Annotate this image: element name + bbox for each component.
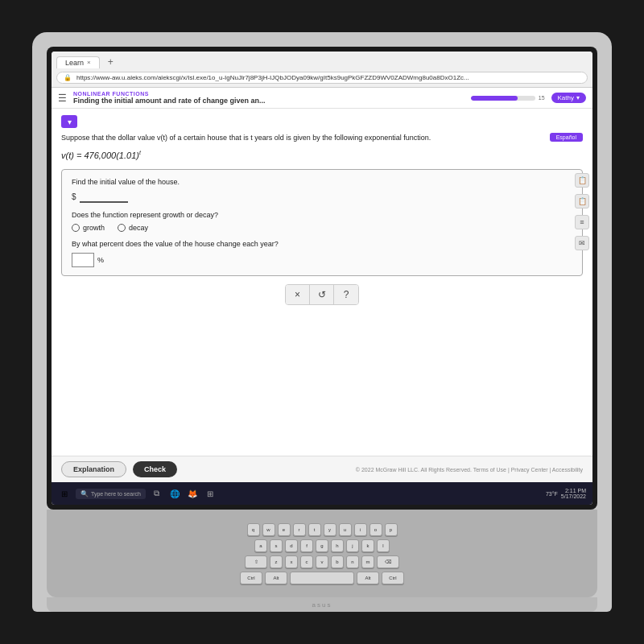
lock-icon: 🔒 xyxy=(64,74,72,81)
bottom-buttons: Explanation Check xyxy=(61,461,177,477)
key-t[interactable]: t xyxy=(308,523,321,536)
copyright-text: © 2022 McGraw Hill LLC. All Rights Reser… xyxy=(356,467,583,473)
key-space[interactable] xyxy=(290,572,354,584)
taskbar-clock: 2:11 PM 5/17/2022 xyxy=(561,488,586,499)
key-row-4: Ctrl Alt Alt Ctrl xyxy=(240,572,404,584)
clear-button[interactable]: × xyxy=(286,285,310,304)
key-s[interactable]: s xyxy=(270,539,283,552)
key-f[interactable]: f xyxy=(300,539,313,552)
key-v[interactable]: v xyxy=(316,555,328,568)
key-e[interactable]: e xyxy=(278,523,291,536)
growth-decay-row: growth decay xyxy=(72,224,572,232)
key-h[interactable]: h xyxy=(331,539,344,552)
header-right: 15 Kathy ▾ xyxy=(471,93,586,103)
keyboard: q w e r t y u i o p a s d f g h j k l ⇧ … xyxy=(47,510,597,597)
action-button-group: × ↺ ? xyxy=(285,284,359,305)
key-n[interactable]: n xyxy=(346,555,359,568)
taskbar-right: 73°F 2:11 PM 5/17/2022 xyxy=(546,488,586,499)
taskbar: ⊞ 🔍 Type here to search ⧉ 🌐 🦊 ⊞ 73°F 2:1… xyxy=(52,482,592,505)
percent-sign: % xyxy=(97,256,104,264)
growth-label: growth xyxy=(83,224,105,232)
start-button[interactable]: ⊞ xyxy=(58,487,71,500)
key-ctrl-right[interactable]: Ctrl xyxy=(382,572,404,584)
key-backspace[interactable]: ⌫ xyxy=(377,555,399,568)
key-alt[interactable]: Alt xyxy=(265,572,287,584)
percent-change-label: By what percent does the value of the ho… xyxy=(72,240,572,248)
tab-close-button[interactable]: × xyxy=(87,59,91,66)
initial-value-label: Find the initial value of the house. xyxy=(72,178,572,186)
decay-label: decay xyxy=(129,224,148,232)
main-content: ▾ Suppose that the dollar value v(t) of … xyxy=(52,109,592,456)
key-p[interactable]: p xyxy=(385,523,398,536)
formula-text: v(t) = 476,000(1.01) xyxy=(61,150,139,159)
check-button[interactable]: Check xyxy=(133,461,177,477)
key-row-3: ⇧ z x c v b n m ⌫ xyxy=(245,555,399,568)
key-j[interactable]: j xyxy=(346,539,359,552)
decay-radio[interactable] xyxy=(118,224,126,232)
sidebar-icon-1[interactable]: 📋 xyxy=(575,173,589,188)
undo-button[interactable]: ↺ xyxy=(310,285,334,304)
key-c[interactable]: c xyxy=(300,555,313,568)
key-k[interactable]: k xyxy=(361,539,374,552)
key-z[interactable]: z xyxy=(270,555,283,568)
help-button[interactable]: ? xyxy=(334,285,358,304)
dollar-sign: $ xyxy=(72,192,76,201)
new-tab-button[interactable]: + xyxy=(103,55,118,69)
decay-option[interactable]: decay xyxy=(118,224,148,232)
user-chevron-icon: ▾ xyxy=(576,94,580,101)
key-u[interactable]: u xyxy=(339,523,352,536)
initial-value-input[interactable] xyxy=(80,191,128,203)
sidebar-icon-3[interactable]: ≡ xyxy=(575,215,589,229)
key-q[interactable]: q xyxy=(247,523,260,536)
apps-icon[interactable]: ⊞ xyxy=(204,487,217,500)
browser-tabs: Learn × + xyxy=(56,55,588,69)
answer-box: Find the initial value of the house. $ D… xyxy=(61,169,583,276)
date-display: 5/17/2022 xyxy=(561,493,586,499)
key-x[interactable]: x xyxy=(285,555,298,568)
user-badge[interactable]: Kathy ▾ xyxy=(551,93,586,103)
key-o[interactable]: o xyxy=(369,523,382,536)
sidebar-icon-2[interactable]: 📋 xyxy=(575,194,589,208)
key-shift[interactable]: ⇧ xyxy=(245,555,267,568)
expand-button[interactable]: Español xyxy=(550,133,583,142)
browser-tab-active[interactable]: Learn × xyxy=(56,56,100,68)
app-header: ☰ NONLINEAR FUNCTIONS Finding the initia… xyxy=(52,88,592,109)
initial-value-row: $ xyxy=(72,191,572,203)
tab-label: Learn xyxy=(65,59,84,67)
key-i[interactable]: i xyxy=(354,523,367,536)
key-row-1: q w e r t y u i o p xyxy=(247,523,398,536)
hamburger-menu[interactable]: ☰ xyxy=(58,93,67,104)
key-a[interactable]: a xyxy=(254,539,267,552)
key-g[interactable]: g xyxy=(316,539,328,552)
key-w[interactable]: w xyxy=(262,523,275,536)
taskbar-search-bar[interactable]: 🔍 Type here to search xyxy=(76,489,146,499)
key-r[interactable]: r xyxy=(293,523,306,536)
url-bar[interactable]: 🔒 https://www-aw.u.aleks.com/alekscgi/x/… xyxy=(56,72,588,84)
time-display: 2:11 PM xyxy=(561,488,586,493)
progress-label: 15 xyxy=(539,95,545,101)
progress-bar-container: 15 xyxy=(471,95,545,101)
key-m[interactable]: m xyxy=(361,555,374,568)
browser-chrome: Learn × + 🔒 https://www-aw.u.aleks.com/a… xyxy=(52,52,592,88)
key-d[interactable]: d xyxy=(285,539,298,552)
sidebar-icon-4[interactable]: ✉ xyxy=(575,236,589,250)
explanation-button[interactable]: Explanation xyxy=(61,461,126,477)
growth-option[interactable]: growth xyxy=(72,224,105,232)
growth-radio[interactable] xyxy=(72,224,80,232)
taskbar-search-text: Type here to search xyxy=(91,491,141,497)
percent-change-row: % xyxy=(72,253,572,267)
laptop-frame: Learn × + 🔒 https://www-aw.u.aleks.com/a… xyxy=(32,32,612,612)
page-title: Finding the initial amount and rate of c… xyxy=(73,97,266,105)
formula-display: v(t) = 476,000(1.01)t xyxy=(61,150,550,160)
key-y[interactable]: y xyxy=(324,523,336,536)
taskview-icon[interactable]: ⧉ xyxy=(151,487,163,500)
percent-input[interactable] xyxy=(72,253,94,267)
edge-icon[interactable]: 🌐 xyxy=(168,487,181,500)
key-b[interactable]: b xyxy=(331,555,344,568)
firefox-icon[interactable]: 🦊 xyxy=(186,487,199,500)
key-alt-right[interactable]: Alt xyxy=(357,572,379,584)
collapse-button[interactable]: ▾ xyxy=(61,115,77,128)
key-ctrl[interactable]: Ctrl xyxy=(240,572,262,584)
key-l[interactable]: l xyxy=(377,539,390,552)
question-intro: Suppose that the dollar value v(t) of a … xyxy=(61,133,550,143)
